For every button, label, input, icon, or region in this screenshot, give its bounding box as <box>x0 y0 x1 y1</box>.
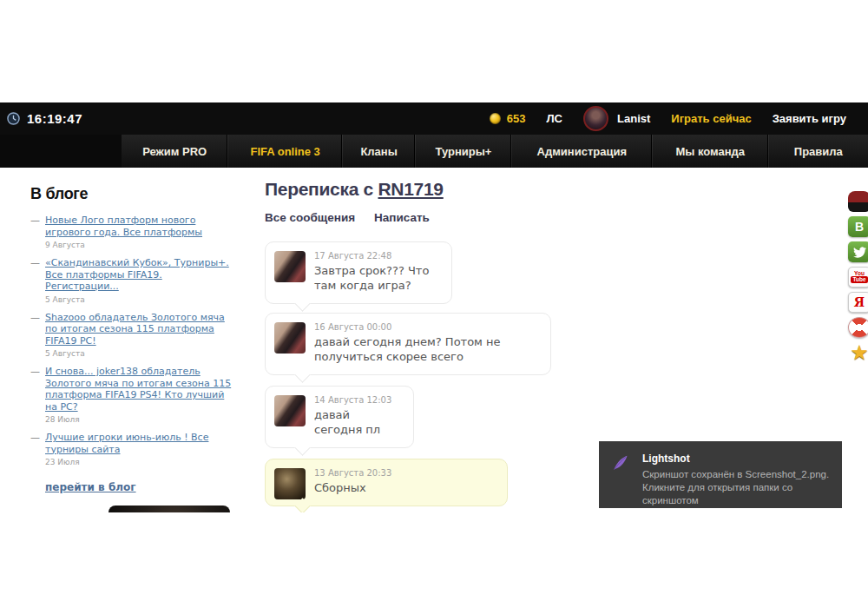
nav-item-rezhim-pro[interactable]: Режим PRO <box>122 135 227 168</box>
server-time: 16:19:47 <box>7 102 82 135</box>
blog-list-item: Лучшие игроки июнь-июль ! Все турниры са… <box>30 432 237 466</box>
tab-write-message[interactable]: Написать <box>374 211 430 224</box>
blog-post-link[interactable]: «Скандинавский Кубок», Турниры+. Все пла… <box>45 257 237 293</box>
star-icon[interactable]: ★ <box>848 342 868 363</box>
social-links-strip: В You Tube Я ★ <box>848 191 868 363</box>
nav-strip: Режим PRO FIFA online 3 Кланы Турниры+ А… <box>122 135 868 168</box>
coin-icon <box>490 113 501 124</box>
message-date: 13 Августа 20:33 <box>314 468 495 478</box>
message-card: 17 Августа 22:48 Завтра срок??? Что там … <box>265 241 452 304</box>
conversation-title-prefix: Переписка с <box>265 179 378 199</box>
yandex-icon[interactable]: Я <box>848 292 868 313</box>
blog-post-link[interactable]: И снова... joker138 обладатель Золотого … <box>45 366 237 413</box>
coin-balance: 653 <box>490 112 526 125</box>
message-text: давай сегодня пл <box>314 407 401 437</box>
page: 16:19:47 653 ЛС Lanist Играть сейчас Зая… <box>0 0 868 608</box>
user-avatar[interactable] <box>583 106 608 131</box>
conversation-tabs: Все сообщения Написать <box>265 211 569 224</box>
blog-post-date: 5 Августа <box>45 295 237 304</box>
nav-item-pravila[interactable]: Правила <box>768 135 868 168</box>
message-card-own: 13 Августа 20:33 Сборных <box>265 459 508 506</box>
nav-item-fifa-online-3[interactable]: FIFA online 3 <box>227 135 342 168</box>
partner-message-avatar[interactable] <box>274 322 306 354</box>
military-cap-icon[interactable] <box>848 191 868 212</box>
message-date: 17 Августа 22:48 <box>314 251 439 261</box>
partner-message-avatar[interactable] <box>274 251 306 282</box>
play-now-button[interactable]: Играть сейчас <box>671 112 751 125</box>
blog-post-date: 9 Августа <box>45 241 237 249</box>
message-card: 14 Августа 12:03 давай сегодня пл <box>265 386 414 448</box>
lifebuoy-icon[interactable] <box>848 317 868 338</box>
blog-sidebar: В блоге Новые Лого платформ нового игров… <box>30 185 237 512</box>
feather-icon <box>612 454 629 472</box>
message-date: 14 Августа 12:03 <box>314 395 401 405</box>
main-navigation: Режим PRO FIFA online 3 Кланы Турниры+ А… <box>0 135 868 168</box>
top-right-controls: 653 ЛС Lanist Играть сейчас Заявить игру <box>490 102 846 135</box>
captured-screen: 16:19:47 653 ЛС Lanist Играть сейчас Зая… <box>0 102 868 512</box>
conversation-title: Переписка с RN1719 <box>265 179 569 200</box>
notification-message: Скриншот сохранён в Screenshot_2.png. Кл… <box>642 468 835 507</box>
twitter-bird-icon <box>853 246 866 259</box>
coin-count: 653 <box>507 112 526 125</box>
tab-all-messages[interactable]: Все сообщения <box>265 211 355 224</box>
blog-post-image[interactable] <box>108 506 230 512</box>
message-card: 16 Августа 00:00 давай сегодня днем? Пот… <box>265 313 551 375</box>
twitter-icon[interactable] <box>848 241 868 262</box>
clock-icon <box>7 112 20 125</box>
blog-post-link[interactable]: Лучшие игроки июнь-июль ! Все турниры са… <box>45 432 237 455</box>
blog-list-item: «Скандинавский Кубок», Турниры+. Все пла… <box>30 257 237 304</box>
blog-list-item: Новые Лого платформ нового игрового года… <box>30 215 237 249</box>
nav-item-klany[interactable]: Кланы <box>342 135 415 168</box>
notification-title: Lightshot <box>642 453 830 465</box>
blog-list-item: Shazooo обладатель Золотого мяча по итог… <box>30 312 237 359</box>
blog-list-item: И снова... joker138 обладатель Золотого … <box>30 366 237 424</box>
message-text: Завтра срок??? Что там когда игра? <box>314 263 439 293</box>
youtube-text-bottom: Tube <box>851 276 867 283</box>
blog-post-date: 5 Августа <box>45 349 237 358</box>
blog-post-date: 23 Июля <box>45 458 237 466</box>
partner-message-avatar[interactable] <box>274 395 306 426</box>
nav-item-my-komanda[interactable]: Мы команда <box>652 135 768 168</box>
submit-game-button[interactable]: Заявить игру <box>773 112 846 125</box>
username-link[interactable]: Lanist <box>617 112 650 125</box>
nav-item-administraciya[interactable]: Администрация <box>511 135 652 168</box>
blog-post-link[interactable]: Новые Лого платформ нового игрового года… <box>45 215 237 238</box>
blog-post-link[interactable]: Shazooo обладатель Золотого мяча по итог… <box>45 312 237 347</box>
nav-item-turniry[interactable]: Турниры+ <box>415 135 511 168</box>
goto-blog-link[interactable]: перейти в блог <box>45 481 136 493</box>
youtube-icon[interactable]: You Tube <box>848 267 868 287</box>
own-message-avatar[interactable] <box>274 468 306 499</box>
lightshot-notification[interactable]: Lightshot Скриншот сохранён в Screenshot… <box>599 441 842 508</box>
time-value: 16:19:47 <box>27 111 82 126</box>
message-text: давай сегодня днем? Потом не получиться … <box>314 334 538 364</box>
private-messages-link[interactable]: ЛС <box>547 112 563 125</box>
top-bar: 16:19:47 653 ЛС Lanist Играть сейчас Зая… <box>0 102 868 135</box>
partner-profile-link[interactable]: RN1719 <box>378 179 444 199</box>
blog-list: Новые Лого платформ нового игрового года… <box>30 215 237 466</box>
message-text: Сборных <box>314 480 495 495</box>
vk-icon[interactable]: В <box>848 216 868 237</box>
blog-title: В блоге <box>30 185 237 203</box>
blog-post-date: 28 Июля <box>45 415 237 424</box>
user-block: Lanist <box>583 106 650 131</box>
message-date: 16 Августа 00:00 <box>314 322 538 332</box>
conversation-panel: Переписка с RN1719 Все сообщения Написат… <box>265 179 569 512</box>
